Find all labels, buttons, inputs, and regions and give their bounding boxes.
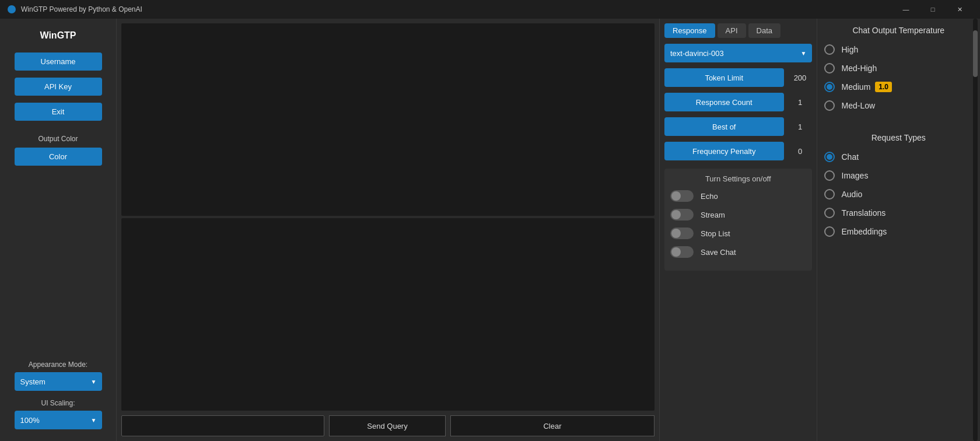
app-icon <box>7 5 16 14</box>
echo-toggle-row: Echo <box>670 190 806 202</box>
frequency-penalty-value: 0 <box>789 147 812 156</box>
tab-api[interactable]: API <box>718 23 746 38</box>
temp-med-high-label: Med-High <box>842 64 877 73</box>
chevron-down-icon-2: ▼ <box>86 411 102 429</box>
settings-column: Response API Data text-davinci-003 ▼ Tok… <box>660 19 817 441</box>
model-selector[interactable]: text-davinci-003 ▼ <box>664 44 812 62</box>
output-color-label: Output Color <box>38 135 78 143</box>
send-query-button[interactable]: Send Query <box>329 415 446 436</box>
chat-display <box>121 23 654 216</box>
best-of-value: 1 <box>789 123 812 131</box>
stream-label: Stream <box>701 211 725 219</box>
app-name: WinGTP <box>40 30 76 41</box>
best-of-button[interactable]: Best of <box>664 117 784 136</box>
req-chat-row: Chat <box>824 152 974 162</box>
response-count-row: Response Count 1 <box>664 93 812 111</box>
model-value: text-davinci-003 <box>664 49 796 58</box>
req-translations-label: Translations <box>842 208 886 218</box>
frequency-penalty-row: Frequency Penalty 0 <box>664 142 812 160</box>
right-panel: Response API Data text-davinci-003 ▼ Tok… <box>659 19 980 441</box>
svg-point-0 <box>8 5 16 13</box>
token-limit-value: 200 <box>789 74 812 82</box>
main-content: WinGTP Username API Key Exit Output Colo… <box>0 19 980 441</box>
window-controls: — □ ✕ <box>892 0 973 19</box>
username-button[interactable]: Username <box>15 52 102 71</box>
ui-scaling-label: UI Scaling: <box>41 399 75 407</box>
req-chat-radio[interactable] <box>824 152 835 162</box>
tab-bar: Response API Data <box>664 23 812 38</box>
temp-med-high-radio[interactable] <box>824 63 835 74</box>
center-area: Send Query Clear <box>117 19 659 441</box>
temp-medium-row: Medium 1.0 <box>824 82 974 92</box>
req-chat-label: Chat <box>842 152 859 162</box>
req-embeddings-radio[interactable] <box>824 226 835 237</box>
req-embeddings-label: Embeddings <box>842 227 887 236</box>
echo-label: Echo <box>701 192 718 201</box>
req-images-radio[interactable] <box>824 170 835 181</box>
maximize-button[interactable]: □ <box>919 0 946 19</box>
titlebar: WinGTP Powered by Python & OpenAI — □ ✕ <box>0 0 980 19</box>
ui-scaling-dropdown[interactable]: 100% ▼ <box>15 411 102 429</box>
echo-toggle[interactable] <box>670 190 694 202</box>
tab-response[interactable]: Response <box>664 23 715 38</box>
stream-toggle-row: Stream <box>670 209 806 220</box>
chevron-down-icon: ▼ <box>86 372 102 391</box>
tab-data[interactable]: Data <box>748 23 780 38</box>
best-of-row: Best of 1 <box>664 117 812 136</box>
exit-button[interactable]: Exit <box>15 103 102 121</box>
appearance-dropdown[interactable]: System ▼ <box>15 372 102 391</box>
appearance-section: Appearance Mode: System ▼ UI Scaling: 10… <box>7 360 109 429</box>
response-count-button[interactable]: Response Count <box>664 93 784 111</box>
input-area[interactable] <box>121 218 654 411</box>
api-key-button[interactable]: API Key <box>15 78 102 96</box>
response-count-value: 1 <box>789 98 812 107</box>
temperature-column: Chat Output Temperature High Med-High Me… <box>817 19 981 441</box>
req-audio-radio[interactable] <box>824 189 835 200</box>
scrollbar-thumb <box>973 30 978 77</box>
turn-settings-title: Turn Settings on/off <box>670 174 806 183</box>
model-chevron-icon: ▼ <box>796 50 812 57</box>
frequency-penalty-button[interactable]: Frequency Penalty <box>664 142 784 160</box>
save-chat-toggle[interactable] <box>670 246 694 258</box>
temp-high-radio[interactable] <box>824 44 835 55</box>
titlebar-title: WinGTP Powered by Python & OpenAI <box>21 5 892 13</box>
color-button[interactable]: Color <box>15 148 102 166</box>
temp-medium-radio[interactable] <box>824 82 835 92</box>
req-images-label: Images <box>842 171 869 180</box>
req-audio-row: Audio <box>824 189 974 200</box>
temp-med-high-row: Med-High <box>824 63 974 74</box>
temp-medium-badge: 1.0 <box>875 82 892 92</box>
turn-settings-section: Turn Settings on/off Echo Stream Stop Li… <box>664 169 812 271</box>
bottom-bar: Send Query Clear <box>117 411 659 441</box>
right-scrollbar[interactable] <box>973 19 978 441</box>
temp-med-low-label: Med-Low <box>842 101 876 110</box>
save-chat-label: Save Chat <box>701 248 736 257</box>
req-translations-radio[interactable] <box>824 208 835 218</box>
temperature-title: Chat Output Temperature <box>824 26 974 35</box>
req-audio-label: Audio <box>842 190 863 199</box>
temp-med-low-row: Med-Low <box>824 100 974 111</box>
query-input[interactable] <box>121 415 324 436</box>
stop-list-toggle-row: Stop List <box>670 228 806 239</box>
token-limit-row: Token Limit 200 <box>664 68 812 87</box>
request-types-title: Request Types <box>824 133 974 142</box>
clear-button[interactable]: Clear <box>450 415 654 436</box>
sidebar: WinGTP Username API Key Exit Output Colo… <box>0 19 117 441</box>
req-embeddings-row: Embeddings <box>824 226 974 237</box>
req-images-row: Images <box>824 170 974 181</box>
appearance-mode-label: Appearance Mode: <box>29 360 88 369</box>
close-button[interactable]: ✕ <box>946 0 973 19</box>
stream-toggle[interactable] <box>670 209 694 220</box>
appearance-value: System <box>15 377 86 386</box>
save-chat-toggle-row: Save Chat <box>670 246 806 258</box>
stop-list-toggle[interactable] <box>670 228 694 239</box>
token-limit-button[interactable]: Token Limit <box>664 68 784 87</box>
temp-med-low-radio[interactable] <box>824 100 835 111</box>
req-translations-row: Translations <box>824 208 974 218</box>
temp-medium-label: Medium <box>842 82 871 92</box>
temp-high-label: High <box>842 45 859 54</box>
minimize-button[interactable]: — <box>892 0 919 19</box>
temp-high-row: High <box>824 44 974 55</box>
stop-list-label: Stop List <box>701 229 730 238</box>
ui-scaling-value: 100% <box>15 416 86 425</box>
